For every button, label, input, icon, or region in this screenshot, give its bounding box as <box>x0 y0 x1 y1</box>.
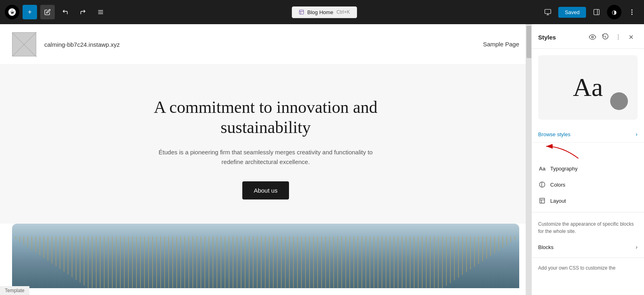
browse-styles-row[interactable]: Browse styles › <box>532 126 644 143</box>
building-gradient <box>12 224 519 288</box>
toolbar: + Blog Home <box>0 0 644 24</box>
edit-icon <box>44 9 51 15</box>
canvas-scrollbar[interactable] <box>526 24 531 295</box>
svg-point-11 <box>632 10 632 10</box>
svg-rect-22 <box>540 198 545 203</box>
panel-close-button[interactable] <box>625 31 638 44</box>
keyboard-shortcut: Ctrl+K <box>336 9 350 15</box>
svg-point-12 <box>632 12 632 12</box>
hero-section: A commitment to innovation and sustainab… <box>0 65 531 224</box>
panel-header: Styles <box>532 24 644 49</box>
panel-divider <box>532 212 644 212</box>
status-bar: Template <box>0 286 29 295</box>
hero-subtitle: Études is a pioneering firm that seamles… <box>157 148 374 167</box>
redo-icon <box>80 9 86 15</box>
panel-title: Styles <box>538 34 586 41</box>
red-arrow-svg <box>538 144 586 160</box>
css-description: Add your own CSS to customize the <box>532 261 644 275</box>
blocks-chevron-icon: › <box>636 244 638 250</box>
typography-option[interactable]: Aa Typography <box>532 160 644 177</box>
saved-button[interactable]: Saved <box>558 7 586 18</box>
blocks-description: Customize the appearance of specific blo… <box>532 216 644 240</box>
styles-panel: Styles <box>531 24 644 295</box>
more-options-button[interactable] <box>625 5 639 19</box>
building-image <box>12 224 519 288</box>
style-preview-card: Aa <box>538 55 638 120</box>
browse-styles-label: Browse styles <box>538 131 636 137</box>
more-icon <box>628 8 636 16</box>
svg-point-14 <box>592 36 594 38</box>
blog-home-button[interactable]: Blog Home Ctrl+K <box>292 6 357 18</box>
sidebar-icon <box>593 8 600 16</box>
desktop-icon <box>544 8 551 16</box>
blog-home-label: Blog Home <box>308 9 333 15</box>
site-domain: calming-bb7c24.instawp.xyz <box>44 41 120 48</box>
svg-rect-3 <box>299 10 303 15</box>
panel-more-button[interactable] <box>612 31 625 44</box>
edit-button[interactable] <box>40 5 55 19</box>
colors-svg-icon <box>539 181 545 188</box>
colors-option[interactable]: Colors <box>532 177 644 193</box>
canvas-area: calming-bb7c24.instawp.xyz Sample Page A… <box>0 24 531 295</box>
sidebar-toggle-button[interactable] <box>589 5 604 19</box>
svg-rect-9 <box>594 9 599 15</box>
red-arrow-indicator <box>532 143 644 160</box>
colors-label: Colors <box>550 182 566 188</box>
layout-svg-icon <box>539 197 545 204</box>
blocks-label: Blocks <box>538 244 636 250</box>
svg-point-15 <box>618 35 619 35</box>
panel-divider-2 <box>532 258 644 258</box>
blocks-row[interactable]: Blocks › <box>532 240 644 254</box>
redo-button[interactable] <box>76 5 90 19</box>
layout-option[interactable]: Layout <box>532 193 644 209</box>
site-logo <box>12 32 36 56</box>
page-icon <box>299 9 304 15</box>
site-navigation: calming-bb7c24.instawp.xyz Sample Page <box>0 24 531 65</box>
eye-icon <box>589 33 596 41</box>
undo-icon <box>62 9 68 15</box>
nav-sample-page[interactable]: Sample Page <box>483 41 519 48</box>
style-preview-circle <box>610 92 628 110</box>
template-label: Template <box>5 288 25 293</box>
architecture-overlay <box>12 237 519 288</box>
layout-label: Layout <box>550 198 566 204</box>
svg-rect-6 <box>545 9 551 14</box>
svg-point-17 <box>618 39 619 39</box>
panel-history-button[interactable] <box>599 31 612 44</box>
svg-point-16 <box>618 37 619 37</box>
wp-logo[interactable] <box>5 5 19 19</box>
panel-view-button[interactable] <box>586 31 599 44</box>
about-us-button[interactable]: About us <box>242 181 289 199</box>
typography-icon: Aa <box>538 164 546 172</box>
dots-vertical-icon <box>615 34 621 40</box>
wordpress-icon <box>8 8 17 17</box>
scrollbar-thumb[interactable] <box>526 26 531 58</box>
typography-label: Typography <box>550 166 578 172</box>
layout-icon <box>538 197 546 205</box>
history-icon <box>602 33 609 41</box>
browse-chevron-icon: › <box>636 131 638 137</box>
style-preview-text: Aa <box>573 73 603 102</box>
menu-icon <box>97 9 104 15</box>
close-icon <box>628 34 634 40</box>
preview-button[interactable] <box>541 5 555 19</box>
svg-point-13 <box>632 14 632 15</box>
add-block-button[interactable]: + <box>23 5 37 19</box>
colors-icon <box>538 181 546 189</box>
undo-button[interactable] <box>58 5 72 19</box>
menu-button[interactable] <box>93 5 108 19</box>
main-layout: calming-bb7c24.instawp.xyz Sample Page A… <box>0 24 644 295</box>
dark-mode-button[interactable]: ◑ <box>607 5 621 19</box>
hero-title: A commitment to innovation and sustainab… <box>125 97 407 138</box>
site-preview: calming-bb7c24.instawp.xyz Sample Page A… <box>0 24 531 295</box>
